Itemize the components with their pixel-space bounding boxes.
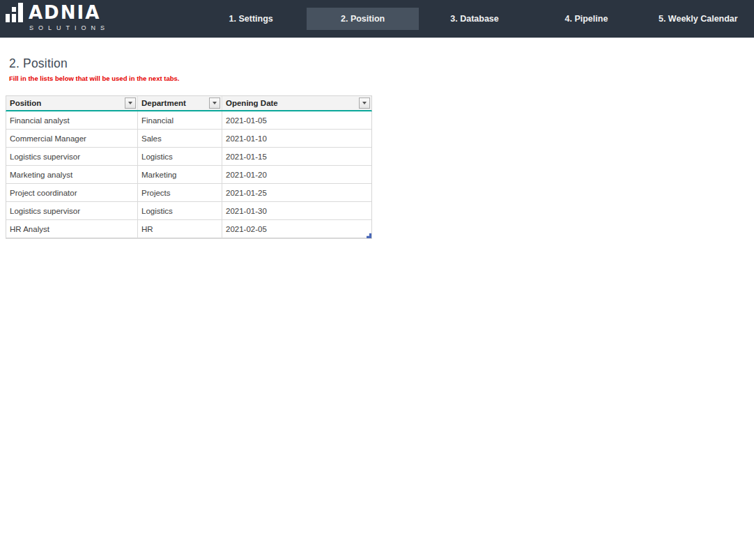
table-cell[interactable]: 2021-02-05 <box>222 220 371 238</box>
filter-dropdown-button[interactable] <box>359 98 370 109</box>
table-cell[interactable]: 2021-01-05 <box>222 111 371 129</box>
filter-dropdown-button[interactable] <box>209 98 220 109</box>
table-cell[interactable]: 2021-01-10 <box>222 130 371 147</box>
table-cell[interactable]: 2021-01-15 <box>222 148 371 165</box>
table-header-row: Position Department Opening Date <box>6 95 372 111</box>
instruction-text: Fill in the lists below that will be use… <box>9 75 754 82</box>
chevron-down-icon <box>362 102 367 104</box>
tab-database[interactable]: 3. Database <box>419 8 530 30</box>
table-cell[interactable]: Sales <box>138 130 222 147</box>
tab-pipeline[interactable]: 4. Pipeline <box>530 8 642 30</box>
table-row: Commercial ManagerSales2021-01-10 <box>6 130 371 148</box>
table-cell[interactable]: Project coordinator <box>6 184 138 201</box>
column-header-position: Position <box>6 96 138 110</box>
table-cell[interactable]: 2021-01-20 <box>222 166 371 183</box>
brand-name: ADNIA <box>29 3 100 22</box>
table-cell[interactable]: Marketing analyst <box>6 166 138 183</box>
adnia-logo: ADNIA SOLUTIONS <box>6 3 110 36</box>
table-cell[interactable]: Commercial Manager <box>6 130 138 147</box>
chevron-down-icon <box>213 102 217 104</box>
position-table: Position Department Opening Date Financ <box>6 95 372 239</box>
sheet-content: 2. Position Fill in the lists below that… <box>0 38 754 560</box>
table-row: Logistics supervisorLogistics2021-01-30 <box>6 202 371 220</box>
column-header-label: Position <box>10 99 41 107</box>
table-cell[interactable]: HR Analyst <box>6 220 138 238</box>
column-header-label: Department <box>141 99 186 107</box>
table-cell[interactable]: Logistics supervisor <box>6 148 138 165</box>
tab-position[interactable]: 2. Position <box>307 8 418 30</box>
table-cell[interactable]: Logistics supervisor <box>6 202 138 219</box>
table-cell[interactable]: 2021-01-30 <box>222 202 371 219</box>
tab-settings[interactable]: 1. Settings <box>195 8 307 30</box>
workbook-tab-bar: 1. Settings 2. Position 3. Database 4. P… <box>195 0 754 38</box>
table-row: HR AnalystHR2021-02-05 <box>6 220 371 238</box>
table-body: Financial analystFinancial2021-01-05Comm… <box>6 111 372 239</box>
table-cell[interactable]: Projects <box>138 184 222 201</box>
app-header: ADNIA SOLUTIONS 1. Settings 2. Position … <box>0 0 754 38</box>
column-header-opening-date: Opening Date <box>222 96 371 110</box>
table-cell[interactable]: Logistics <box>138 202 222 219</box>
column-header-label: Opening Date <box>226 99 278 107</box>
table-cell[interactable]: Logistics <box>138 148 222 165</box>
table-cell[interactable]: Marketing <box>138 166 222 183</box>
filter-dropdown-button[interactable] <box>125 98 136 109</box>
tab-weekly-calendar[interactable]: 5. Weekly Calendar <box>643 8 754 30</box>
column-header-department: Department <box>138 96 222 110</box>
table-cell[interactable]: Financial <box>138 111 222 129</box>
table-row: Financial analystFinancial2021-01-05 <box>6 111 371 130</box>
table-cell[interactable]: HR <box>138 220 222 238</box>
bar-chart-logo-icon <box>6 3 23 22</box>
table-cell[interactable]: Financial analyst <box>6 111 138 129</box>
chevron-down-icon <box>128 102 132 104</box>
table-row: Project coordinatorProjects2021-01-25 <box>6 184 371 202</box>
page-title: 2. Position <box>9 56 754 71</box>
table-cell[interactable]: 2021-01-25 <box>222 184 371 201</box>
table-row: Marketing analystMarketing2021-01-20 <box>6 166 371 184</box>
table-row: Logistics supervisorLogistics2021-01-15 <box>6 148 371 166</box>
brand-tagline: SOLUTIONS <box>29 24 110 31</box>
